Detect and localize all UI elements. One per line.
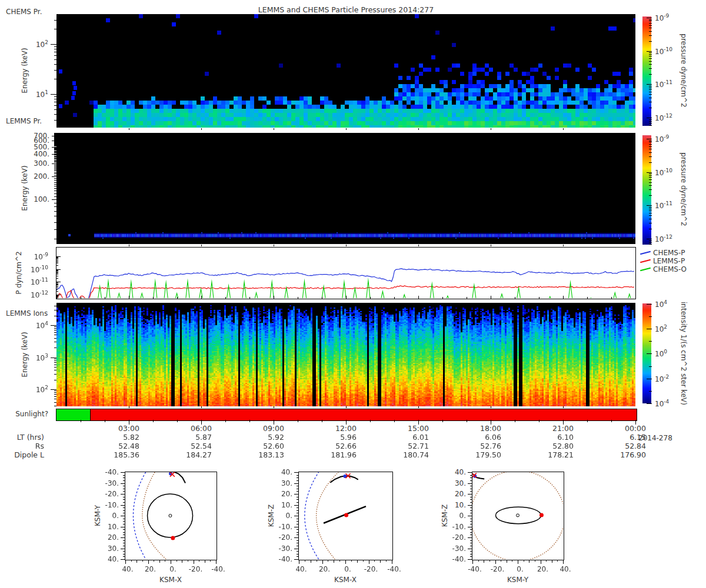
axis-tick [647,353,652,354]
axis-tick [123,543,125,543]
axis-tick [54,145,56,145]
axis-tick [176,560,177,562]
axis-tick [380,560,381,563]
tick-label: 0. [112,512,119,520]
tick-label: 52.48 [118,442,139,450]
axis-tick [470,532,472,533]
axis-tick [54,20,56,21]
axis-tick [51,389,56,390]
axis-tick [131,560,132,562]
axis-tick [54,316,56,316]
axis-tick [54,99,56,99]
axis-tick [346,245,347,246]
axis-tick [54,114,56,115]
axis-tick [563,406,564,408]
axis-tick [56,286,58,286]
axis-tick [470,556,472,557]
tick-label: 5.92 [268,433,284,442]
axis-tick [56,259,58,260]
axis-tick [249,420,250,422]
axis-tick [121,559,125,560]
tick-label: -20. [452,533,466,542]
axis-tick [649,23,652,24]
tick-label: -40. [211,565,225,573]
axis-tick [470,489,472,489]
tick-label: 00:00 [625,424,646,433]
axis-tick [56,258,58,258]
axis-tick [54,342,56,342]
axis-tick [539,297,540,299]
axis-tick [392,560,392,564]
axis-tick [470,486,472,486]
axis-tick [54,310,56,310]
axis-tick [363,560,364,562]
tick-label: -20. [364,565,378,573]
axis-tick [54,158,56,158]
tick-label: 52.84 [625,442,646,450]
axis-tick [647,403,652,404]
axis-tick [470,502,472,503]
axis-tick [54,306,56,306]
axis-tick [524,560,524,562]
axis-tick [297,529,299,530]
axis-tick [56,291,58,292]
axis-tick [105,297,105,299]
axis-tick [649,244,652,245]
axis-tick [54,143,56,143]
axis-tick [649,391,652,392]
axis-tick [294,516,299,516]
tick-label: 6.01 [412,433,429,442]
axis-tick [123,556,125,557]
legend-label: CHEMS-O [653,265,687,273]
axis-tick [470,540,472,541]
axis-tick [56,262,58,262]
tick-label: 52.80 [552,442,574,450]
tick-label: 184.27 [186,450,212,459]
tick-label: 179.50 [475,450,501,459]
tick-label: 5.96 [340,433,357,442]
axis-tick [54,143,56,144]
axis-tick [470,497,472,497]
axis-tick [177,297,178,299]
axis-tick [123,480,125,481]
axis-tick [54,149,56,149]
axis-tick [647,379,652,379]
tick-label: 10-11 [655,79,672,89]
axis-tick [56,271,58,272]
axis-tick [54,141,56,142]
axis-tick [649,92,652,92]
axis-tick [649,121,652,122]
axis-tick [563,560,564,564]
axis-tick [470,510,472,511]
axis-tick [54,374,56,375]
tick-label: 100 [655,349,667,358]
axis-tick [649,89,652,90]
chems-p-line-swatch [640,251,651,255]
tick-label: 10-9 [655,134,669,143]
axis-tick [649,141,652,141]
axis-tick [56,283,58,284]
tick-label: 0. [459,512,466,520]
axis-tick [515,420,515,422]
axis-tick [649,61,652,62]
tick-label: 40. [281,468,292,476]
axis-tick [54,370,56,370]
tick-label: 20. [108,533,119,542]
axis-tick [54,59,56,60]
lemms-panel-label: LEMMS Pr. [6,117,42,125]
tick-label: 20. [145,565,156,573]
axis-tick [201,296,202,299]
axis-tick [649,316,652,317]
axis-tick [346,128,347,130]
axis-tick [649,68,652,69]
axis-tick [54,211,56,212]
axis-tick [470,534,472,535]
axis-tick [54,146,56,146]
axis-tick [54,148,56,149]
axis-tick [54,46,56,47]
legend-label: CHEMS-P [653,249,685,257]
axis-tick [54,133,56,133]
axis-tick [182,560,182,563]
axis-tick [54,186,56,186]
axis-tick [54,49,56,49]
